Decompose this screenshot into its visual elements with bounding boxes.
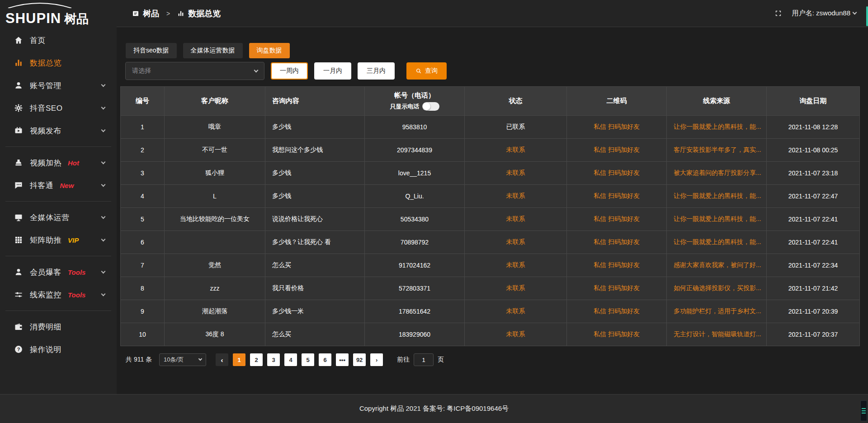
page-button-4[interactable]: 4 — [284, 353, 297, 366]
sidebar-item-account-management[interactable]: 账号管理 — [0, 74, 117, 97]
chevron-down-icon — [101, 82, 106, 87]
sidebar-item-lead-monitor[interactable]: 线索监控Tools — [0, 283, 117, 306]
cell-qrcode-link[interactable]: 私信 扫码加好友 — [567, 277, 667, 300]
page-jump: 前往 1 页 — [397, 353, 444, 366]
chevron-down-icon — [254, 68, 259, 72]
floating-widget[interactable] — [860, 400, 867, 421]
cell-source-link[interactable]: 让你一眼就爱上的黑科技，能... — [667, 116, 767, 139]
cell-account: 917024162 — [365, 254, 465, 277]
query-button[interactable]: 查询 — [406, 62, 447, 80]
sidebar-divider — [5, 201, 111, 202]
range-button-quarter[interactable]: 三月内 — [358, 62, 395, 80]
cell-qrcode-link[interactable]: 私信 扫码加好友 — [567, 254, 667, 277]
table-row: 4L多少钱Q_Liu.未联系私信 扫码加好友让你一眼就爱上的黑科技，能...20… — [121, 185, 860, 208]
sidebar-item-member-baoke[interactable]: 会员爆客Tools — [0, 261, 117, 283]
page-button-3[interactable]: 3 — [267, 353, 280, 366]
cell-nickname: 哦章 — [165, 116, 265, 139]
cell-content: 我想问这个多少钱 — [265, 139, 365, 162]
bar-chart-icon — [177, 10, 184, 17]
table-row: 1036度 8怎么买183929060未联系私信 扫码加好友无主灯设计，智能磁吸… — [121, 323, 860, 346]
cell-content: 多少钱？让我死心 看 — [265, 231, 365, 254]
sidebar-item-omnimedia-operation[interactable]: 全媒体运营 — [0, 206, 117, 229]
sidebar-item-data-overview[interactable]: 数据总览 — [0, 52, 117, 74]
page-button-1[interactable]: 1 — [233, 353, 245, 366]
page-jump-input[interactable]: 1 — [414, 353, 434, 366]
sidebar-item-douketong[interactable]: 抖客通New — [0, 174, 117, 197]
user-menu[interactable]: 用户名: zswodun88 — [792, 9, 856, 18]
cell-source-link[interactable]: 客厅安装投影半年多了，真实... — [667, 139, 767, 162]
prev-page-button[interactable]: ‹ — [216, 353, 228, 366]
phone-only-toggle[interactable] — [422, 102, 439, 111]
col-header-status: 状态 — [465, 87, 567, 116]
sidebar-item-home[interactable]: 首页 — [0, 29, 117, 52]
cell-source-link[interactable]: 感谢大家喜欢我家，被问了好... — [667, 254, 767, 277]
page-size-select[interactable]: 10条/页 — [159, 353, 206, 366]
breadcrumb-separator: > — [166, 10, 170, 17]
cell-source-link[interactable]: 如何正确选择投影仪，买投影... — [667, 277, 767, 300]
table-row: 1哦章多少钱9583810已联系私信 扫码加好友让你一眼就爱上的黑科技，能...… — [121, 116, 860, 139]
cell-qrcode-link[interactable]: 私信 扫码加好友 — [567, 231, 667, 254]
page-button-2[interactable]: 2 — [250, 353, 263, 366]
cell-status: 未联系 — [465, 162, 567, 185]
col-header-content: 咨询内容 — [265, 87, 365, 116]
breadcrumb-root[interactable]: 树品 — [143, 8, 159, 19]
page-button-6[interactable]: 6 — [319, 353, 331, 366]
cell-status: 已联系 — [465, 116, 567, 139]
sidebar-item-douyin-seo[interactable]: 抖音SEO — [0, 97, 117, 119]
tab-omnimedia-data[interactable]: 全媒体运营数据 — [183, 43, 243, 58]
cell-date: 2021-11-08 12:28 — [767, 116, 860, 139]
sidebar-item-consumption-detail[interactable]: 消费明细 — [0, 315, 117, 338]
sidebar-item-video-heat[interactable]: 视频加热Hot — [0, 151, 117, 174]
table-body: 1哦章多少钱9583810已联系私信 扫码加好友让你一眼就爱上的黑科技，能...… — [121, 116, 860, 346]
cell-date: 2021-11-07 20:37 — [767, 323, 860, 346]
home-icon — [14, 36, 23, 45]
page-ellipsis[interactable]: ••• — [336, 353, 349, 366]
page-button-5[interactable]: 5 — [302, 353, 314, 366]
cell-source-link[interactable]: 无主灯设计，智能磁吸轨道灯... — [667, 323, 767, 346]
cell-qrcode-link[interactable]: 私信 扫码加好友 — [567, 300, 667, 323]
sidebar-item-label: 会员爆客 — [30, 267, 61, 277]
chevron-down-icon — [198, 357, 202, 361]
search-icon — [415, 68, 422, 74]
tab-inquiry-data[interactable]: 询盘数据 — [249, 43, 290, 58]
cell-qrcode-link[interactable]: 私信 扫码加好友 — [567, 162, 667, 185]
sidebar-item-matrix-boost[interactable]: 矩阵助推VIP — [0, 229, 117, 251]
cell-qrcode-link[interactable]: 私信 扫码加好友 — [567, 208, 667, 231]
logo-arc — [6, 2, 73, 8]
cell-account: 572803371 — [365, 277, 465, 300]
range-button-week[interactable]: 一周内 — [271, 62, 308, 80]
chat-icon — [14, 181, 23, 190]
page-jump-suffix: 页 — [438, 356, 444, 364]
cell-content: 多少钱一米 — [265, 300, 365, 323]
sidebar-item-operation-guide[interactable]: ?操作说明 — [0, 338, 117, 361]
cell-qrcode-link[interactable]: 私信 扫码加好友 — [567, 185, 667, 208]
cell-qrcode-link[interactable]: 私信 扫码加好友 — [567, 323, 667, 346]
cell-source-link[interactable]: 被大家追着问的客厅投影分享... — [667, 162, 767, 185]
table-row: 6多少钱？让我死心 看70898792未联系私信 扫码加好友让你一眼就爱上的黑科… — [121, 231, 860, 254]
cell-account: 178651642 — [365, 300, 465, 323]
cell-source-link[interactable]: 让你一眼就爱上的黑科技，能... — [667, 208, 767, 231]
range-button-month[interactable]: 一月内 — [314, 62, 351, 80]
scrollbar-thumb[interactable] — [866, 6, 868, 26]
sidebar-item-label: 首页 — [30, 35, 46, 46]
tab-douyin-seo-data[interactable]: 抖音seo数据 — [126, 43, 177, 58]
cell-qrcode-link[interactable]: 私信 扫码加好友 — [567, 116, 667, 139]
cell-content: 多少钱 — [265, 185, 365, 208]
cell-source-link[interactable]: 让你一眼就爱上的黑科技，能... — [667, 231, 767, 254]
page-button-92[interactable]: 92 — [353, 353, 366, 366]
cell-date: 2021-11-07 22:47 — [767, 185, 860, 208]
col-header-no: 编号 — [121, 87, 165, 116]
cell-source-link[interactable]: 让你一眼就爱上的黑科技，能... — [667, 185, 767, 208]
bar-chart-icon — [14, 58, 23, 67]
filter-select[interactable]: 请选择 — [125, 62, 264, 80]
gear-icon — [14, 103, 23, 113]
cell-status: 未联系 — [465, 231, 567, 254]
wallet-icon — [14, 322, 23, 331]
next-page-button[interactable]: › — [370, 353, 383, 366]
sidebar-item-video-publish[interactable]: 视频发布 — [0, 119, 117, 142]
cell-source-link[interactable]: 多功能护栏灯，适用于乡村文... — [667, 300, 767, 323]
app-logo: SHUPIN 树品 — [0, 0, 117, 28]
cell-qrcode-link[interactable]: 私信 扫码加好友 — [567, 139, 667, 162]
video-publish-icon — [14, 126, 23, 135]
fullscreen-icon[interactable] — [774, 9, 782, 17]
